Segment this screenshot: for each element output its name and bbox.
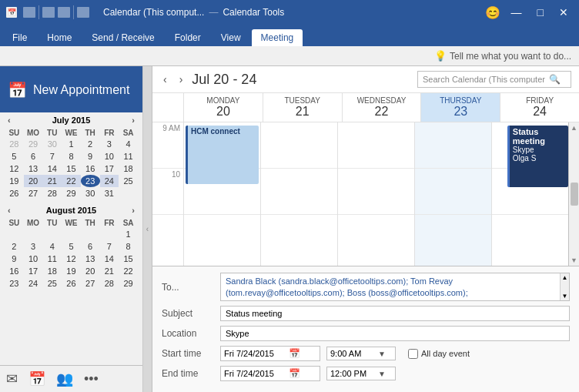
cal-day[interactable] bbox=[119, 187, 138, 199]
cal-day[interactable]: 12 bbox=[62, 253, 81, 265]
cal-day[interactable]: 10 bbox=[24, 253, 43, 265]
cal-day[interactable]: 1 bbox=[62, 138, 81, 150]
cal-day[interactable]: 7 bbox=[42, 150, 62, 162]
tell-me-input[interactable] bbox=[450, 51, 573, 62]
cal-day[interactable]: 24 bbox=[100, 175, 119, 187]
cal-day[interactable] bbox=[100, 228, 119, 240]
prev-month-btn[interactable]: ‹ bbox=[5, 116, 14, 125]
location-input[interactable] bbox=[220, 326, 570, 341]
cal-day[interactable]: 16 bbox=[5, 265, 24, 277]
cal-day[interactable]: 15 bbox=[62, 162, 81, 175]
cal-day[interactable]: 29 bbox=[24, 138, 43, 150]
end-time-field[interactable]: ▼ bbox=[326, 367, 396, 380]
cal-day[interactable]: 3 bbox=[100, 138, 119, 150]
cal-day[interactable]: 29 bbox=[119, 277, 138, 290]
cal-day[interactable]: 26 bbox=[62, 277, 81, 290]
cal-day[interactable]: 24 bbox=[24, 277, 43, 290]
end-date-field[interactable]: 📅 bbox=[220, 366, 320, 381]
start-time-field[interactable]: ▼ bbox=[326, 347, 396, 360]
people-icon[interactable]: 👥 bbox=[56, 370, 73, 387]
cal-day[interactable]: 8 bbox=[119, 240, 138, 253]
minimize-btn[interactable]: — bbox=[507, 5, 527, 20]
tab-send-receive[interactable]: Send / Receive bbox=[82, 29, 163, 46]
cal-day[interactable]: 15 bbox=[119, 253, 138, 265]
cal-day[interactable]: 3 bbox=[24, 240, 43, 253]
cal-day[interactable]: 5 bbox=[62, 240, 81, 253]
cal-day[interactable]: 13 bbox=[81, 253, 100, 265]
day-col-wednesday[interactable] bbox=[337, 122, 414, 266]
cal-day[interactable]: 6 bbox=[81, 240, 100, 253]
cal-day[interactable] bbox=[81, 228, 100, 240]
cal-day[interactable]: 25 bbox=[42, 277, 62, 290]
day-col-monday[interactable]: HCM connect bbox=[183, 122, 260, 266]
calendar-scrollbar[interactable]: ▲ ▼ bbox=[568, 122, 579, 266]
cal-day[interactable]: 18 bbox=[42, 265, 62, 277]
aug-next-btn[interactable]: › bbox=[129, 206, 138, 215]
event-hcm-connect[interactable]: HCM connect bbox=[186, 126, 259, 184]
maximize-btn[interactable]: □ bbox=[533, 5, 548, 20]
cal-day[interactable]: 21 bbox=[100, 265, 119, 277]
to-field[interactable]: Sandra Black (sandra.black@officetooltip… bbox=[220, 273, 570, 301]
calendar-icon[interactable]: 📅 bbox=[28, 370, 45, 387]
tab-view[interactable]: View bbox=[212, 29, 250, 46]
cal-day[interactable]: 31 bbox=[100, 187, 119, 199]
event-status-meeting[interactable]: Status meeting Skype Olga S bbox=[507, 126, 568, 187]
cal-day[interactable]: 7 bbox=[100, 240, 119, 253]
cal-day[interactable]: 2 bbox=[81, 138, 100, 150]
close-btn[interactable]: ✕ bbox=[554, 5, 573, 20]
search-input[interactable] bbox=[423, 75, 546, 84]
start-time-input[interactable] bbox=[330, 349, 377, 358]
scroll-down-btn[interactable]: ▼ bbox=[571, 256, 577, 264]
tab-folder[interactable]: Folder bbox=[166, 29, 210, 46]
to-scroll-up[interactable]: ▲ bbox=[561, 273, 569, 282]
next-week-btn[interactable]: › bbox=[176, 72, 186, 87]
cal-day[interactable]: 11 bbox=[42, 253, 62, 265]
cal-day[interactable]: 5 bbox=[5, 150, 24, 162]
end-date-input[interactable] bbox=[224, 369, 286, 378]
cal-day[interactable]: 2 bbox=[5, 240, 24, 253]
end-time-dropdown-icon[interactable]: ▼ bbox=[378, 370, 386, 378]
cal-day[interactable]: 19 bbox=[5, 175, 24, 187]
cal-day[interactable]: 14 bbox=[42, 162, 62, 175]
cal-day[interactable]: 28 bbox=[100, 277, 119, 290]
cal-day[interactable]: 18 bbox=[119, 162, 138, 175]
window-controls[interactable]: 😊 — □ ✕ bbox=[485, 5, 573, 20]
cal-day[interactable]: 25 bbox=[119, 175, 138, 187]
cal-day[interactable] bbox=[42, 228, 62, 240]
tab-home[interactable]: Home bbox=[38, 29, 81, 46]
cal-day[interactable]: 4 bbox=[42, 240, 62, 253]
end-time-input[interactable] bbox=[330, 369, 377, 378]
cal-day[interactable]: 26 bbox=[5, 187, 24, 199]
cal-day[interactable] bbox=[5, 228, 24, 240]
allday-checkbox[interactable] bbox=[408, 349, 418, 359]
cal-day[interactable]: 4 bbox=[119, 138, 138, 150]
sidebar-collapse-btn[interactable]: ‹ bbox=[143, 66, 152, 392]
tab-file[interactable]: File bbox=[3, 29, 36, 46]
search-box[interactable]: 🔍 bbox=[417, 71, 571, 88]
cal-day[interactable]: 14 bbox=[100, 253, 119, 265]
next-month-btn[interactable]: › bbox=[129, 116, 138, 125]
cal-day[interactable]: 29 bbox=[62, 187, 81, 199]
day-col-thursday[interactable] bbox=[414, 122, 491, 266]
day-col-friday[interactable]: Status meeting Skype Olga S bbox=[491, 122, 568, 266]
cal-day[interactable]: 30 bbox=[42, 138, 62, 150]
cal-day[interactable] bbox=[24, 228, 43, 240]
prev-week-btn[interactable]: ‹ bbox=[160, 72, 170, 87]
cal-day[interactable]: 16 bbox=[81, 162, 100, 175]
cal-day[interactable]: 11 bbox=[119, 150, 138, 162]
start-time-dropdown-icon[interactable]: ▼ bbox=[378, 350, 386, 358]
cal-day[interactable]: 23 bbox=[5, 277, 24, 290]
cal-day[interactable]: 9 bbox=[81, 150, 100, 162]
subject-input[interactable] bbox=[220, 306, 570, 321]
day-col-tuesday[interactable] bbox=[260, 122, 337, 266]
cal-day[interactable]: 6 bbox=[24, 150, 43, 162]
cal-day[interactable]: 27 bbox=[81, 277, 100, 290]
cal-day[interactable]: 17 bbox=[24, 265, 43, 277]
cal-day[interactable]: 28 bbox=[5, 138, 24, 150]
cal-day[interactable]: 1 bbox=[119, 228, 138, 240]
cal-day[interactable]: 17 bbox=[100, 162, 119, 175]
cal-day[interactable]: 8 bbox=[62, 150, 81, 162]
cal-day[interactable]: 22 bbox=[119, 265, 138, 277]
start-date-calendar-icon[interactable]: 📅 bbox=[289, 348, 300, 359]
start-date-field[interactable]: 📅 bbox=[220, 346, 320, 361]
